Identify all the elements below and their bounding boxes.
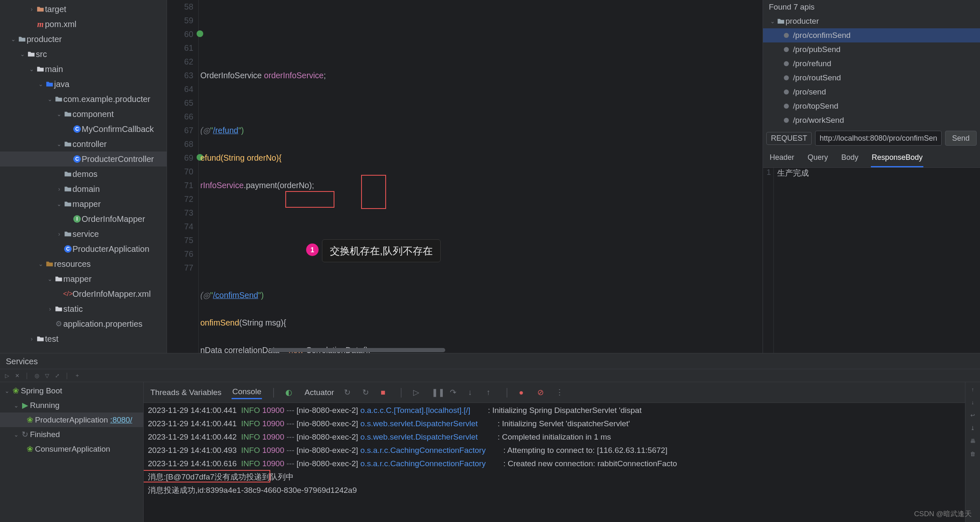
tree-item-myconfirmcallback[interactable]: CMyConfirmCallback bbox=[0, 122, 167, 137]
tab-actuator[interactable]: Actuator bbox=[304, 386, 335, 399]
chevron-icon[interactable]: › bbox=[27, 6, 36, 12]
print-icon[interactable]: 🖶 bbox=[970, 438, 975, 444]
api-item[interactable]: /pro/topSend bbox=[763, 99, 980, 113]
api-item[interactable]: /pro/refund bbox=[763, 57, 980, 71]
tree-item-mapper[interactable]: ⌄mapper bbox=[0, 196, 167, 211]
svc-label: ConsumerApplication bbox=[35, 445, 110, 454]
api-item[interactable]: /pro/routSend bbox=[763, 71, 980, 85]
wrap-icon[interactable]: ↩ bbox=[970, 412, 975, 418]
editor-horizontal-scrollbar[interactable] bbox=[270, 347, 763, 353]
breakpoint-icon[interactable]: ● bbox=[519, 388, 528, 397]
chevron-icon[interactable]: ⌄ bbox=[55, 201, 63, 207]
chevron-icon[interactable]: ⌄ bbox=[55, 141, 63, 147]
rerun-icon[interactable]: ↻ bbox=[344, 388, 353, 397]
rest-tab-header[interactable]: Header bbox=[769, 151, 795, 167]
tree-item-static[interactable]: ›static bbox=[0, 301, 167, 316]
tree-item-application-properties[interactable]: ⚙application.properties bbox=[0, 316, 167, 331]
tree-item-productercontroller[interactable]: CProducterController bbox=[0, 152, 167, 167]
tree-item-orderinfomapper-xml[interactable]: </>OrderInfoMapper.xml bbox=[0, 286, 167, 301]
tree-item-component[interactable]: ⌄component bbox=[0, 107, 167, 122]
tree-item-label: static bbox=[63, 304, 83, 314]
rest-tab-responsebody[interactable]: ResponseBody bbox=[871, 151, 923, 167]
services-root-spring[interactable]: ⌄❀ Spring Boot bbox=[0, 383, 143, 398]
close-icon[interactable]: ✕ bbox=[15, 373, 20, 379]
tree-item-demos[interactable]: demos bbox=[0, 167, 167, 181]
code-text: ") bbox=[238, 126, 244, 135]
tab-console[interactable]: Console bbox=[232, 385, 262, 399]
request-method-label[interactable]: REQUEST bbox=[766, 132, 812, 145]
rest-tab-query[interactable]: Query bbox=[807, 151, 829, 167]
tree-item-main[interactable]: ⌄main bbox=[0, 62, 167, 77]
scroll-end-icon[interactable]: ⤓ bbox=[970, 425, 975, 431]
tree-item-label: com.example.producter bbox=[63, 94, 150, 104]
chevron-icon[interactable]: ⌄ bbox=[18, 51, 27, 57]
tree-item-src[interactable]: ⌄src bbox=[0, 47, 167, 62]
chevron-icon[interactable]: ⌄ bbox=[37, 81, 45, 87]
tree-item-test[interactable]: ›test bbox=[0, 331, 167, 346]
api-item[interactable]: /pro/workSend bbox=[763, 113, 980, 127]
resume-icon[interactable]: ▷ bbox=[413, 388, 422, 397]
chevron-icon[interactable]: › bbox=[55, 231, 63, 237]
tree-item-com-example-producter[interactable]: ⌄com.example.producter bbox=[0, 92, 167, 107]
overflow-icon[interactable]: ⋮ bbox=[556, 388, 565, 397]
code-text: OrderInfoService bbox=[200, 71, 264, 80]
tree-item-orderinfomapper[interactable]: IOrderInfoMapper bbox=[0, 211, 167, 226]
request-url-input[interactable] bbox=[815, 131, 942, 146]
tree-item-resources[interactable]: ⌄resources bbox=[0, 256, 167, 271]
rerun2-icon[interactable]: ↻ bbox=[362, 388, 372, 397]
rest-tab-body[interactable]: Body bbox=[840, 151, 859, 167]
pause-icon[interactable]: ❚❚ bbox=[431, 388, 441, 397]
chevron-icon[interactable]: › bbox=[55, 186, 63, 192]
app-port-link[interactable]: :8080/ bbox=[110, 415, 132, 425]
service-app-producter[interactable]: ❀ ProducterApplication :8080/ bbox=[0, 413, 143, 427]
scroll-down-icon[interactable]: ↓ bbox=[971, 399, 974, 405]
mapping-refund[interactable]: /refund bbox=[213, 126, 238, 135]
clear-icon[interactable]: 🗑 bbox=[970, 451, 975, 457]
filter-icon[interactable]: ▽ bbox=[45, 373, 49, 379]
expand-icon[interactable]: ⤢ bbox=[55, 373, 60, 379]
step-into-icon[interactable]: ↓ bbox=[468, 388, 477, 397]
api-item[interactable]: /pro/pubSend bbox=[763, 42, 980, 57]
services-finished-group[interactable]: ⌄↻ Finished bbox=[0, 427, 143, 442]
chevron-icon[interactable]: ⌄ bbox=[46, 276, 54, 282]
code-editor[interactable]: 5859606162636465666768697071727374757677… bbox=[167, 0, 763, 353]
tree-item-producter[interactable]: ⌄producter bbox=[0, 32, 167, 47]
package-icon bbox=[63, 185, 72, 193]
scroll-up-icon[interactable]: ↑ bbox=[971, 386, 974, 393]
tree-item-domain[interactable]: ›domain bbox=[0, 181, 167, 196]
chevron-icon[interactable]: › bbox=[27, 336, 36, 342]
tree-item-producterapplication[interactable]: CProducterApplication bbox=[0, 241, 167, 256]
api-item[interactable]: /pro/send bbox=[763, 85, 980, 99]
step-out-icon[interactable]: ↑ bbox=[486, 388, 496, 397]
add-icon[interactable]: ＋ bbox=[75, 372, 80, 379]
tree-item-controller[interactable]: ⌄controller bbox=[0, 137, 167, 152]
step-over-icon[interactable]: ↷ bbox=[450, 388, 459, 397]
chevron-icon[interactable]: ⌄ bbox=[27, 66, 36, 72]
service-app-consumer[interactable]: ❀ ConsumerApplication bbox=[0, 442, 143, 456]
tree-item-mapper[interactable]: ⌄mapper bbox=[0, 271, 167, 286]
chevron-icon[interactable]: ⌄ bbox=[46, 96, 54, 102]
project-tree-panel[interactable]: ›targetmpom.xml⌄producter⌄src⌄main⌄java⌄… bbox=[0, 0, 167, 353]
mapping-confimsend[interactable]: /confimSend bbox=[213, 291, 258, 300]
view-icon[interactable]: ◎ bbox=[35, 373, 39, 379]
response-body-area[interactable]: 1 生产完成 bbox=[763, 168, 980, 353]
services-tree[interactable]: ⌄❀ Spring Boot ⌄▶ Running ❀ ProducterApp… bbox=[0, 382, 144, 522]
tree-item-pom-xml[interactable]: mpom.xml bbox=[0, 17, 167, 32]
api-root[interactable]: ⌄producter bbox=[763, 14, 980, 28]
services-running-group[interactable]: ⌄▶ Running bbox=[0, 398, 143, 413]
console-log[interactable]: 2023-11-29 14:41:00.441 INFO 10900 --- [… bbox=[144, 403, 965, 522]
api-item[interactable]: /pro/confimSend bbox=[763, 28, 980, 42]
mute-bp-icon[interactable]: ⊘ bbox=[537, 388, 546, 397]
chevron-icon[interactable]: › bbox=[46, 306, 54, 312]
chevron-icon[interactable]: ⌄ bbox=[55, 111, 63, 117]
tree-item-service[interactable]: ›service bbox=[0, 226, 167, 241]
tree-item-target[interactable]: ›target bbox=[0, 2, 167, 17]
chevron-icon[interactable]: ⌄ bbox=[37, 261, 45, 267]
stop-icon[interactable]: ■ bbox=[381, 388, 390, 397]
api-path: /pro/workSend bbox=[793, 116, 844, 125]
chevron-icon[interactable]: ⌄ bbox=[9, 36, 17, 42]
tree-item-java[interactable]: ⌄java bbox=[0, 77, 167, 92]
stop-icon[interactable]: ▷ bbox=[5, 373, 9, 379]
tab-threads[interactable]: Threads & Variables bbox=[150, 386, 222, 399]
send-button[interactable]: Send bbox=[945, 131, 977, 146]
